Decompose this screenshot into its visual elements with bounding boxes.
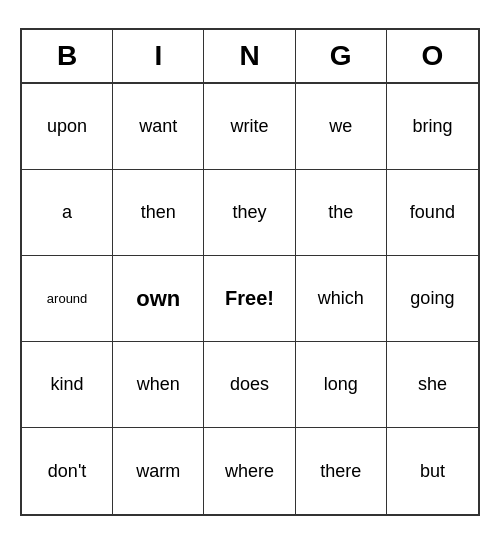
bingo-cell: Free! (204, 256, 295, 342)
bingo-card: BINGO uponwantwritewebringathentheythefo… (20, 28, 480, 516)
bingo-cell: they (204, 170, 295, 256)
header-letter: G (296, 30, 387, 82)
bingo-cell: but (387, 428, 478, 514)
bingo-cell: own (113, 256, 204, 342)
bingo-cell: a (22, 170, 113, 256)
bingo-cell: kind (22, 342, 113, 428)
bingo-cell: she (387, 342, 478, 428)
bingo-cell: then (113, 170, 204, 256)
bingo-cell: we (296, 84, 387, 170)
header-letter: I (113, 30, 204, 82)
bingo-cell: which (296, 256, 387, 342)
bingo-cell: does (204, 342, 295, 428)
bingo-header: BINGO (22, 30, 478, 84)
bingo-cell: write (204, 84, 295, 170)
bingo-cell: going (387, 256, 478, 342)
bingo-cell: warm (113, 428, 204, 514)
bingo-cell: found (387, 170, 478, 256)
bingo-cell: the (296, 170, 387, 256)
header-letter: B (22, 30, 113, 82)
header-letter: N (204, 30, 295, 82)
bingo-cell: there (296, 428, 387, 514)
header-letter: O (387, 30, 478, 82)
bingo-cell: where (204, 428, 295, 514)
bingo-cell: upon (22, 84, 113, 170)
bingo-cell: don't (22, 428, 113, 514)
bingo-cell: when (113, 342, 204, 428)
bingo-cell: long (296, 342, 387, 428)
bingo-cell: bring (387, 84, 478, 170)
bingo-cell: around (22, 256, 113, 342)
bingo-grid: uponwantwritewebringathentheythefoundaro… (22, 84, 478, 514)
bingo-cell: want (113, 84, 204, 170)
